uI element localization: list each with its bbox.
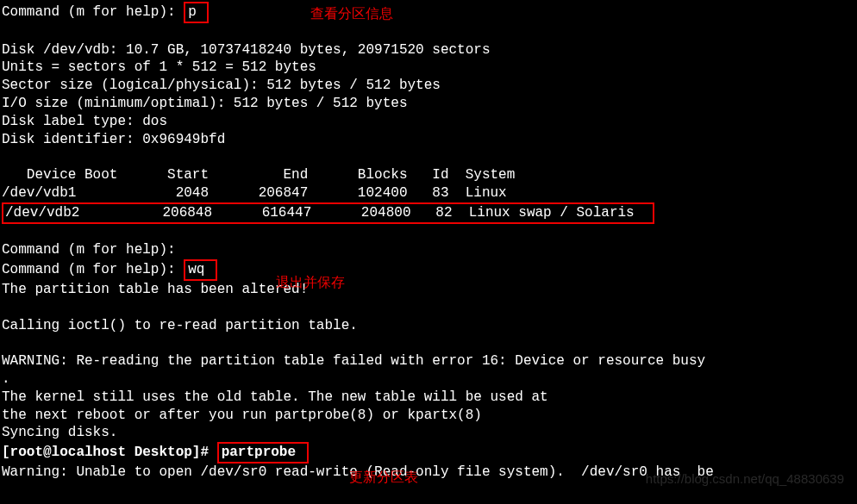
kernel-message: Syncing disks. <box>2 424 855 442</box>
blank-line <box>2 148 855 166</box>
watermark: https://blog.csdn.net/qq_48830639 <box>646 470 844 488</box>
warning-message: WARNING: Re-reading the partition table … <box>2 352 855 370</box>
blank-line <box>2 334 855 352</box>
kernel-message: The kernel still uses the old table. The… <box>2 389 855 407</box>
disk-info-line: Disk /dev/vdb: 10.7 GB, 10737418240 byte… <box>2 41 855 59</box>
annotation-update-table: 更新分区表 <box>349 469 418 487</box>
partition-vdb2-highlight: /dev/vdb2 206848 616447 204800 82 Linux … <box>2 202 654 224</box>
partition-row: /dev/vdb1 2048 206847 102400 83 Linux <box>2 184 855 202</box>
fdisk-prompt-line[interactable]: Command (m for help): p <box>2 2 855 23</box>
annotation-view-partition: 查看分区信息 <box>310 5 393 23</box>
blank-line <box>2 299 855 317</box>
fdisk-prompt-line[interactable]: Command (m for help): wq <box>2 259 855 281</box>
disk-info-line: Units = sectors of 1 * 512 = 512 bytes <box>2 59 855 77</box>
fdisk-prompt: Command (m for help): <box>2 4 184 20</box>
warning-dot: . <box>2 370 855 389</box>
disk-info-line: I/O size (minimum/optimal): 512 bytes / … <box>2 95 855 113</box>
blank-line <box>2 224 855 242</box>
shell-prompt-line[interactable]: [root@localhost Desktop]# partprobe <box>2 442 855 464</box>
fdisk-prompt-empty: Command (m for help): <box>2 241 855 259</box>
annotation-save-quit: 退出并保存 <box>276 274 345 292</box>
partition-row-highlighted: /dev/vdb2 206848 616447 204800 82 Linux … <box>2 202 855 224</box>
kernel-message: the next reboot or after you run partpro… <box>2 407 855 425</box>
disk-info-line: Disk label type: dos <box>2 113 855 131</box>
input-partprobe-highlight: partprobe <box>217 442 309 464</box>
input-wq-highlight: wq <box>184 259 217 281</box>
altered-message: The partition table has been altered! <box>2 281 855 299</box>
partition-table-header: Device Boot Start End Blocks Id System <box>2 166 855 184</box>
fdisk-prompt: Command (m for help): <box>2 262 184 277</box>
shell-prompt: [root@localhost Desktop]# <box>2 445 217 460</box>
terminal-output: Command (m for help): p Disk /dev/vdb: 1… <box>2 2 855 482</box>
input-p-highlight: p <box>184 2 209 23</box>
blank-line <box>2 23 855 41</box>
disk-info-line: Sector size (logical/physical): 512 byte… <box>2 77 855 95</box>
ioctl-message: Calling ioctl() to re-read partition tab… <box>2 317 855 335</box>
disk-info-line: Disk identifier: 0x96949bfd <box>2 131 855 149</box>
